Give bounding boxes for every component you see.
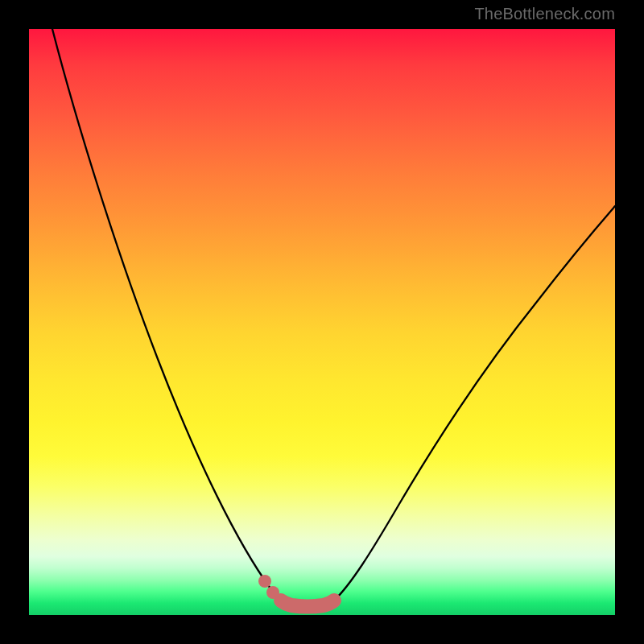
curve-left (52, 29, 281, 601)
bottom-marker (281, 601, 334, 607)
marker-dot-2 (266, 586, 279, 599)
plot-area (29, 29, 615, 615)
marker-dot-1 (258, 575, 271, 588)
curve-layer (29, 29, 615, 615)
watermark-text: TheBottleneck.com (474, 5, 615, 23)
curve-right (334, 206, 615, 601)
chart-frame: TheBottleneck.com (0, 0, 644, 644)
